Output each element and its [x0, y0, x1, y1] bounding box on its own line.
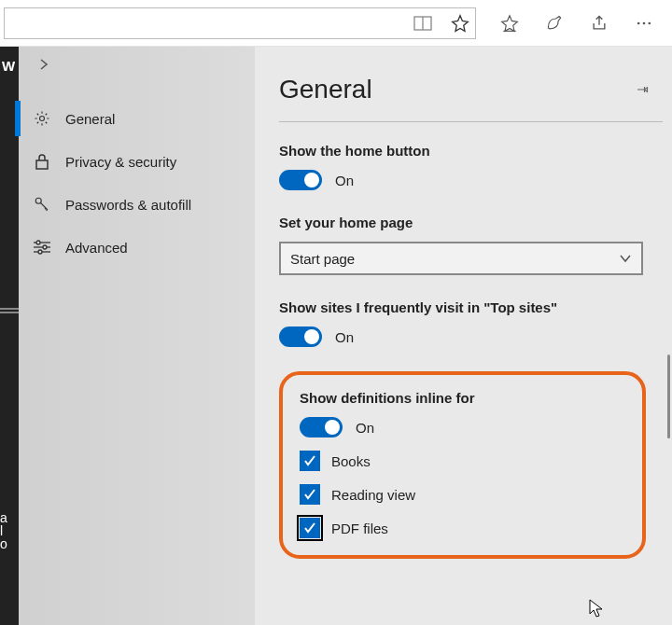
page-title: General: [279, 75, 372, 104]
reading-view-icon[interactable]: [413, 16, 432, 31]
setting-top-sites: Show sites I frequently visit in "Top si…: [279, 299, 672, 347]
settings-sidebar: General Privacy & security Passwords & a…: [19, 47, 255, 625]
address-bar[interactable]: [4, 7, 476, 39]
definitions-toggle[interactable]: [300, 417, 343, 438]
highlighted-section: Show definitions inline for On Books Rea…: [279, 371, 646, 559]
sidebar-item-passwords[interactable]: Passwords & autofill: [19, 183, 255, 226]
toggle-state-text: On: [335, 173, 354, 188]
checkbox-row-books[interactable]: Books: [300, 451, 625, 471]
svg-point-6: [40, 117, 45, 121]
svg-point-10: [36, 241, 40, 244]
checkbox-label: Books: [331, 453, 371, 469]
top-sites-toggle[interactable]: [279, 326, 322, 347]
sidebar-item-label: General: [65, 111, 115, 127]
sidebar-item-privacy[interactable]: Privacy & security: [19, 140, 255, 183]
setting-home-button: Show the home button On: [279, 143, 672, 190]
svg-rect-7: [36, 160, 48, 169]
sidebar-item-advanced[interactable]: Advanced: [19, 226, 255, 269]
toggle-state-text: On: [335, 329, 354, 345]
dropdown-value: Start page: [290, 251, 355, 267]
checkbox-checked-icon: [300, 451, 320, 471]
svg-point-8: [35, 198, 41, 203]
checkbox-row-reading-view[interactable]: Reading view: [300, 484, 625, 505]
checkbox-label: Reading view: [331, 487, 415, 503]
favorite-star-icon[interactable]: [451, 14, 469, 33]
notes-button[interactable]: [534, 1, 575, 46]
toggle-state-text: On: [356, 420, 374, 436]
favorites-button[interactable]: [489, 1, 530, 46]
setting-label: Show sites I frequently visit in "Top si…: [279, 299, 663, 315]
browser-toolbar: [0, 0, 672, 47]
svg-point-3: [637, 21, 640, 24]
sidebar-item-label: Advanced: [65, 240, 128, 256]
toolbar-actions: [482, 1, 672, 46]
scrollbar-thumb[interactable]: [667, 354, 670, 438]
key-icon: [34, 195, 50, 214]
share-button[interactable]: [579, 1, 620, 46]
collapse-sidebar-button[interactable]: [37, 58, 50, 71]
lock-icon: [34, 153, 50, 170]
sidebar-item-label: Passwords & autofill: [65, 197, 191, 213]
setting-home-page: Set your home page Start page: [279, 215, 672, 275]
svg-point-5: [649, 21, 651, 24]
pin-pane-button[interactable]: [635, 81, 651, 98]
home-page-dropdown[interactable]: Start page: [279, 242, 643, 275]
checkbox-checked-icon: [300, 484, 320, 505]
more-button[interactable]: [623, 1, 665, 46]
setting-label: Show the home button: [279, 143, 663, 159]
sidebar-item-label: Privacy & security: [65, 154, 176, 170]
cursor-icon: [589, 599, 604, 618]
checkbox-label: PDF files: [331, 521, 388, 536]
setting-label: Show definitions inline for: [300, 390, 625, 406]
sidebar-item-general[interactable]: General: [19, 97, 255, 140]
checkbox-checked-icon: [300, 518, 320, 538]
gear-icon: [34, 110, 50, 127]
chevron-down-icon: [619, 252, 632, 265]
content-area: W alo General Privacy & security: [0, 47, 672, 625]
setting-label: Set your home page: [279, 215, 663, 230]
svg-point-4: [643, 21, 646, 24]
divider: [279, 121, 663, 122]
checkbox-row-pdf-files[interactable]: PDF files: [300, 518, 625, 538]
settings-panel: General Show the home button On Set your…: [255, 47, 672, 625]
home-button-toggle[interactable]: [279, 170, 322, 190]
svg-point-12: [43, 245, 47, 249]
sliders-icon: [34, 240, 50, 255]
svg-point-14: [38, 250, 42, 254]
